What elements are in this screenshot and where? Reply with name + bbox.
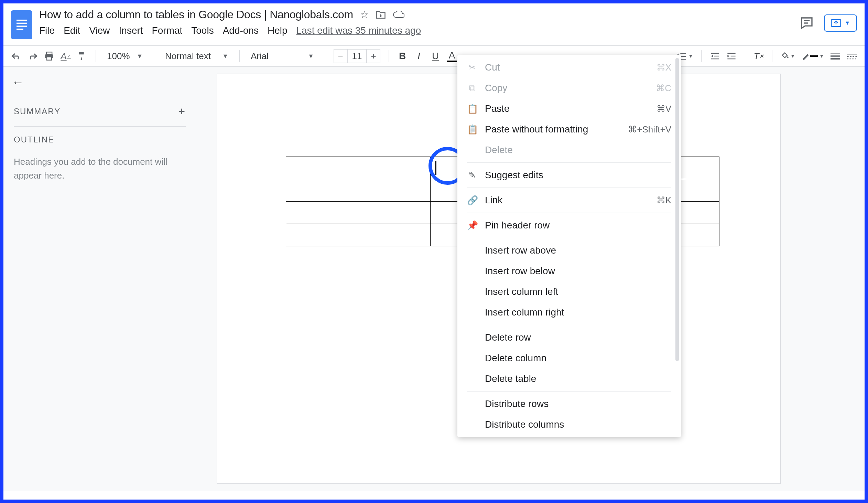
- context-menu-item[interactable]: Insert row below: [457, 261, 681, 281]
- svg-point-22: [787, 57, 788, 58]
- menu-edit[interactable]: Edit: [64, 25, 80, 36]
- text-color-button[interactable]: A: [447, 50, 457, 62]
- bold-button[interactable]: B: [397, 50, 407, 62]
- svg-rect-3: [17, 29, 23, 30]
- svg-rect-9: [47, 57, 52, 60]
- context-menu-label: Distribute rows: [485, 398, 548, 409]
- paragraph-style-value: Normal text: [165, 51, 211, 62]
- menu-insert[interactable]: Insert: [119, 25, 143, 36]
- increase-indent-button[interactable]: [726, 50, 737, 62]
- menu-view[interactable]: View: [89, 25, 110, 36]
- spellcheck-button[interactable]: A✓: [61, 50, 71, 62]
- document-title[interactable]: How to add a column to tables in Google …: [39, 8, 353, 21]
- context-menu-shortcut: ⌘V: [657, 104, 671, 114]
- context-menu-item[interactable]: 🔗Link⌘K: [457, 190, 681, 211]
- context-menu-item[interactable]: Insert row above: [457, 240, 681, 261]
- decrease-indent-button[interactable]: [710, 50, 720, 62]
- summary-label: SUMMARY: [14, 107, 61, 116]
- zoom-value: 100%: [107, 51, 130, 62]
- menu-format[interactable]: Format: [152, 25, 183, 36]
- pin-icon: 📌: [467, 220, 477, 231]
- context-menu-label: Insert row above: [485, 245, 556, 256]
- undo-button[interactable]: [11, 50, 21, 62]
- menu-addons[interactable]: Add-ons: [223, 25, 259, 36]
- suggest-icon: ✎: [467, 170, 477, 181]
- context-menu-item[interactable]: Delete table: [457, 369, 681, 389]
- table-cell[interactable]: [286, 202, 431, 224]
- copy-icon: ⧉: [467, 83, 477, 94]
- context-menu-label: Copy: [485, 83, 507, 94]
- context-menu-item[interactable]: Distribute columns: [457, 414, 681, 435]
- font-select[interactable]: Arial▼: [248, 51, 317, 62]
- context-menu-item[interactable]: Distribute rows: [457, 393, 681, 414]
- context-menu-shortcut: ⌘+Shift+V: [628, 124, 671, 135]
- font-size-decrease[interactable]: −: [333, 49, 347, 63]
- table-cell[interactable]: [286, 224, 431, 246]
- context-menu-item[interactable]: 📋Paste⌘V: [457, 99, 681, 119]
- menu-bar: File Edit View Insert Format Tools Add-o…: [39, 25, 793, 36]
- menu-file[interactable]: File: [39, 25, 55, 36]
- context-menu-label: Pin header row: [485, 220, 549, 231]
- add-summary-button[interactable]: +: [178, 105, 186, 118]
- menu-tools[interactable]: Tools: [191, 25, 214, 36]
- paint-format-button[interactable]: [77, 50, 87, 62]
- cut-icon: ✂: [467, 62, 477, 73]
- outline-label: OUTLINE: [14, 135, 186, 144]
- collapse-outline-button[interactable]: ←: [12, 75, 24, 90]
- context-menu-item[interactable]: Delete row: [457, 327, 681, 348]
- paragraph-style-select[interactable]: Normal text▼: [162, 51, 231, 62]
- border-color-button[interactable]: ▼: [801, 50, 824, 62]
- font-size-increase[interactable]: +: [366, 49, 380, 63]
- context-menu-item: ✂Cut⌘X: [457, 57, 681, 78]
- context-menu-scrollbar[interactable]: [675, 58, 679, 361]
- font-value: Arial: [251, 51, 269, 62]
- svg-rect-1: [17, 23, 27, 24]
- context-menu-item: ⧉Copy⌘C: [457, 78, 681, 99]
- star-icon[interactable]: ☆: [360, 9, 369, 20]
- border-width-button[interactable]: [830, 50, 840, 62]
- context-menu-label: Suggest edits: [485, 170, 543, 181]
- svg-rect-0: [17, 20, 27, 21]
- share-button[interactable]: ▼: [824, 14, 857, 32]
- context-menu-separator: [467, 187, 671, 188]
- zoom-select[interactable]: 100%▼: [104, 51, 145, 62]
- redo-button[interactable]: [28, 50, 38, 62]
- context-menu-label: Paste: [485, 103, 510, 114]
- table-cell[interactable]: [286, 157, 431, 179]
- clear-formatting-button[interactable]: T✕: [754, 50, 764, 62]
- fill-color-button[interactable]: ▼: [781, 50, 795, 62]
- context-menu-label: Link: [485, 195, 503, 206]
- comments-icon[interactable]: [800, 16, 814, 30]
- context-menu-item[interactable]: 📋Paste without formatting⌘+Shift+V: [457, 119, 681, 140]
- context-menu-item[interactable]: Insert column left: [457, 281, 681, 302]
- context-menu-item[interactable]: Delete column: [457, 348, 681, 369]
- context-menu-label: Insert row below: [485, 266, 555, 277]
- italic-button[interactable]: I: [414, 50, 424, 62]
- outline-sidebar: ← SUMMARY + OUTLINE Headings you add to …: [3, 67, 196, 491]
- context-menu-separator: [467, 238, 671, 238]
- border-dash-button[interactable]: [847, 50, 857, 62]
- docs-app-icon[interactable]: [11, 10, 32, 39]
- paste-plain-icon: 📋: [467, 124, 477, 135]
- context-menu-item[interactable]: 📌Pin header row: [457, 215, 681, 236]
- context-menu-separator: [467, 213, 671, 213]
- context-menu-label: Distribute columns: [485, 419, 564, 430]
- paste-icon: 📋: [467, 104, 477, 114]
- table-cell[interactable]: [286, 179, 431, 202]
- print-button[interactable]: [44, 50, 54, 62]
- context-menu-separator: [467, 325, 671, 325]
- svg-rect-7: [46, 52, 52, 54]
- context-menu-label: Delete: [485, 144, 513, 155]
- cloud-status-icon[interactable]: [393, 11, 404, 19]
- menu-help[interactable]: Help: [268, 25, 288, 36]
- context-menu-item[interactable]: ✎Suggest edits: [457, 165, 681, 185]
- link-icon: 🔗: [467, 195, 477, 206]
- svg-rect-2: [17, 26, 27, 27]
- underline-button[interactable]: U: [430, 50, 441, 62]
- context-menu-separator: [467, 162, 671, 163]
- move-to-folder-icon[interactable]: [375, 10, 386, 19]
- context-menu-separator: [467, 391, 671, 391]
- last-edit-link[interactable]: Last edit was 35 minutes ago: [297, 25, 421, 36]
- font-size-value[interactable]: 11: [347, 49, 366, 63]
- context-menu-item[interactable]: Insert column right: [457, 302, 681, 323]
